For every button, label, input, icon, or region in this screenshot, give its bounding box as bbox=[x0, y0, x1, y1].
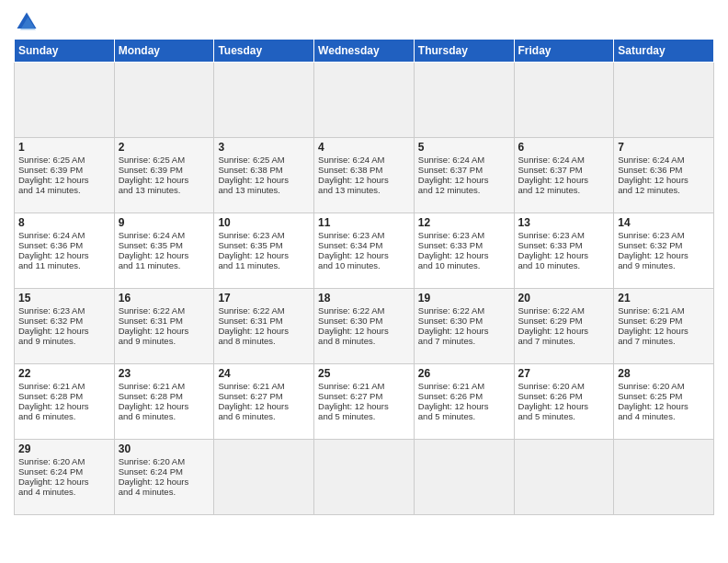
day-number: 12 bbox=[418, 216, 510, 229]
day-info: and 5 minutes. bbox=[418, 411, 510, 421]
day-info: and 10 minutes. bbox=[418, 260, 510, 270]
day-info: Sunrise: 6:25 AM bbox=[218, 155, 310, 165]
day-info: Daylight: 12 hours bbox=[518, 326, 610, 336]
day-cell bbox=[214, 440, 314, 515]
logo bbox=[14, 9, 43, 35]
day-info: and 4 minutes. bbox=[618, 411, 710, 421]
day-cell bbox=[614, 440, 714, 515]
day-info: Daylight: 12 hours bbox=[18, 250, 110, 260]
day-info: Daylight: 12 hours bbox=[418, 250, 510, 260]
header bbox=[14, 9, 714, 35]
day-number: 6 bbox=[518, 141, 610, 154]
day-number: 10 bbox=[218, 216, 310, 229]
day-info: Sunset: 6:25 PM bbox=[618, 391, 710, 401]
day-info: Sunrise: 6:23 AM bbox=[318, 230, 410, 240]
day-info: Sunset: 6:32 PM bbox=[18, 316, 110, 326]
day-info: Daylight: 12 hours bbox=[218, 250, 310, 260]
day-cell: 16Sunrise: 6:22 AMSunset: 6:31 PMDayligh… bbox=[114, 289, 214, 364]
day-cell: 28Sunrise: 6:20 AMSunset: 6:25 PMDayligh… bbox=[614, 364, 714, 440]
day-info: Sunrise: 6:20 AM bbox=[18, 456, 110, 466]
day-number: 26 bbox=[418, 367, 510, 380]
day-info: Sunset: 6:36 PM bbox=[618, 165, 710, 175]
day-info: and 6 minutes. bbox=[218, 411, 310, 421]
day-info: and 9 minutes. bbox=[18, 336, 110, 346]
day-info: Daylight: 12 hours bbox=[119, 477, 210, 487]
day-number: 17 bbox=[218, 292, 310, 304]
day-info: and 8 minutes. bbox=[318, 336, 410, 346]
day-cell: 15Sunrise: 6:23 AMSunset: 6:32 PMDayligh… bbox=[15, 289, 115, 364]
day-info: and 13 minutes. bbox=[318, 185, 410, 195]
day-info: and 10 minutes. bbox=[318, 260, 410, 270]
day-cell: 29Sunrise: 6:20 AMSunset: 6:24 PMDayligh… bbox=[15, 440, 115, 515]
day-info: Sunrise: 6:23 AM bbox=[518, 230, 610, 240]
day-info: and 4 minutes. bbox=[18, 487, 110, 497]
day-info: Daylight: 12 hours bbox=[618, 326, 710, 336]
day-cell bbox=[614, 63, 714, 138]
day-info: Sunrise: 6:21 AM bbox=[119, 381, 210, 391]
day-info: and 7 minutes. bbox=[518, 336, 610, 346]
day-number: 22 bbox=[18, 367, 110, 380]
day-info: Daylight: 12 hours bbox=[318, 175, 410, 185]
day-cell: 1Sunrise: 6:25 AMSunset: 6:39 PMDaylight… bbox=[15, 138, 115, 213]
day-info: and 7 minutes. bbox=[618, 336, 710, 346]
day-cell bbox=[15, 63, 115, 138]
day-cell: 25Sunrise: 6:21 AMSunset: 6:27 PMDayligh… bbox=[314, 364, 415, 440]
day-number: 20 bbox=[518, 292, 610, 304]
day-info: Sunrise: 6:21 AM bbox=[318, 381, 410, 391]
day-info: and 13 minutes. bbox=[119, 185, 210, 195]
day-info: Sunset: 6:29 PM bbox=[618, 316, 710, 326]
day-info: Daylight: 12 hours bbox=[18, 477, 110, 487]
day-info: Daylight: 12 hours bbox=[318, 401, 410, 411]
day-cell bbox=[414, 63, 514, 138]
day-cell: 20Sunrise: 6:22 AMSunset: 6:29 PMDayligh… bbox=[514, 289, 614, 364]
day-info: Daylight: 12 hours bbox=[119, 250, 210, 260]
day-info: Sunset: 6:29 PM bbox=[518, 316, 610, 326]
day-cell: 27Sunrise: 6:20 AMSunset: 6:26 PMDayligh… bbox=[514, 364, 614, 440]
day-info: and 12 minutes. bbox=[518, 185, 610, 195]
day-number: 7 bbox=[618, 141, 710, 154]
day-number: 23 bbox=[119, 367, 210, 380]
day-cell bbox=[414, 440, 514, 515]
day-info: and 9 minutes. bbox=[618, 260, 710, 270]
day-info: Sunrise: 6:22 AM bbox=[418, 305, 510, 316]
day-cell bbox=[514, 63, 614, 138]
day-info: Sunset: 6:28 PM bbox=[119, 391, 210, 401]
day-cell: 9Sunrise: 6:24 AMSunset: 6:35 PMDaylight… bbox=[114, 213, 214, 289]
day-number: 3 bbox=[218, 141, 310, 154]
day-info: and 12 minutes. bbox=[618, 185, 710, 195]
day-cell: 2Sunrise: 6:25 AMSunset: 6:39 PMDaylight… bbox=[114, 138, 214, 213]
day-number: 19 bbox=[418, 292, 510, 304]
day-cell: 24Sunrise: 6:21 AMSunset: 6:27 PMDayligh… bbox=[214, 364, 314, 440]
day-info: and 11 minutes. bbox=[18, 260, 110, 270]
col-header-wednesday: Wednesday bbox=[314, 40, 415, 63]
day-number: 11 bbox=[318, 216, 410, 229]
day-number: 27 bbox=[518, 367, 610, 380]
day-cell: 8Sunrise: 6:24 AMSunset: 6:36 PMDaylight… bbox=[15, 213, 115, 289]
header-row: SundayMondayTuesdayWednesdayThursdayFrid… bbox=[15, 40, 714, 63]
day-info: Sunset: 6:26 PM bbox=[418, 391, 510, 401]
day-info: and 6 minutes. bbox=[119, 411, 210, 421]
day-info: Daylight: 12 hours bbox=[518, 175, 610, 185]
col-header-sunday: Sunday bbox=[15, 40, 115, 63]
col-header-thursday: Thursday bbox=[414, 40, 514, 63]
day-info: Sunrise: 6:21 AM bbox=[218, 381, 310, 391]
day-info: Daylight: 12 hours bbox=[518, 250, 610, 260]
day-cell: 10Sunrise: 6:23 AMSunset: 6:35 PMDayligh… bbox=[214, 213, 314, 289]
day-info: and 4 minutes. bbox=[119, 487, 210, 497]
day-info: and 13 minutes. bbox=[218, 185, 310, 195]
day-info: Sunrise: 6:24 AM bbox=[318, 155, 410, 165]
day-info: Daylight: 12 hours bbox=[618, 175, 710, 185]
day-info: Sunset: 6:36 PM bbox=[18, 240, 110, 250]
day-info: Daylight: 12 hours bbox=[18, 326, 110, 336]
day-number: 2 bbox=[119, 141, 210, 154]
day-info: Daylight: 12 hours bbox=[18, 175, 110, 185]
day-info: Sunset: 6:24 PM bbox=[18, 466, 110, 477]
day-info: Sunset: 6:31 PM bbox=[218, 316, 310, 326]
day-cell: 26Sunrise: 6:21 AMSunset: 6:26 PMDayligh… bbox=[414, 364, 514, 440]
day-number: 4 bbox=[318, 141, 410, 154]
col-header-saturday: Saturday bbox=[614, 40, 714, 63]
day-info: Daylight: 12 hours bbox=[518, 401, 610, 411]
day-info: Sunset: 6:33 PM bbox=[518, 240, 610, 250]
day-info: Daylight: 12 hours bbox=[618, 401, 710, 411]
day-info: Sunset: 6:28 PM bbox=[18, 391, 110, 401]
